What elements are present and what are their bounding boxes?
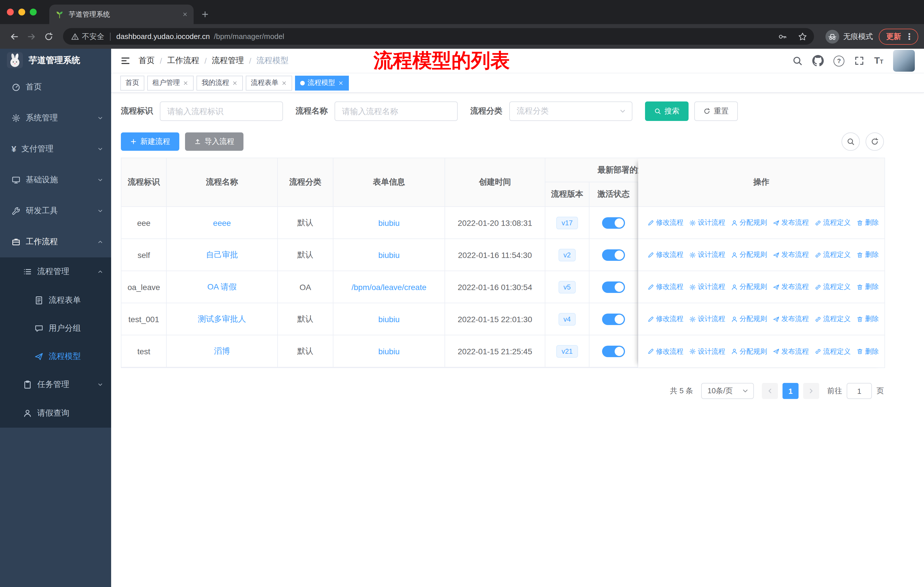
active-toggle[interactable] [602,346,625,357]
page-number-1[interactable]: 1 [782,383,799,399]
form-link[interactable]: /bpm/oa/leave/create [351,282,426,291]
browser-tab[interactable]: 芋道管理系统 [49,5,194,24]
sidebar-item-leave-query[interactable]: 请假查询 [0,399,111,428]
edit-model-action[interactable]: 修改流程 [647,314,683,324]
sidebar-item-workflow[interactable]: 工作流程 [0,227,111,257]
sidebar-item-process-model[interactable]: 流程模型 [0,342,111,370]
reload-button[interactable] [40,28,57,45]
font-size-icon[interactable] [874,56,883,66]
form-link[interactable]: biubiu [378,314,400,324]
delete-model-action[interactable]: 删除 [856,347,879,356]
sidebar-fold-icon[interactable] [120,56,130,66]
address-bar[interactable]: 不安全 dashboard.yudao.iocoder.cn/bpm/manag… [63,28,814,45]
process-name-input[interactable] [335,101,458,121]
publish-model-action[interactable]: 发布流程 [773,314,809,324]
process-id-input[interactable] [160,101,283,121]
next-page-button[interactable] [803,383,819,399]
form-link[interactable]: biubiu [378,250,400,260]
close-icon[interactable] [281,80,287,86]
sidebar-item-system[interactable]: 系统管理 [0,103,111,134]
assign-rule-action[interactable]: 分配规则 [731,250,767,260]
assign-rule-action[interactable]: 分配规则 [731,218,767,228]
publish-model-action[interactable]: 发布流程 [773,347,809,356]
tag-process-model[interactable]: 流程模型 [295,75,349,90]
sidebar-item-payment[interactable]: 支付管理 [0,134,111,165]
breadcrumb-workflow[interactable]: 工作流程 [155,56,200,66]
sidebar-item-infra[interactable]: 基础设施 [0,165,111,195]
edit-model-action[interactable]: 修改流程 [647,218,683,228]
publish-model-action[interactable]: 发布流程 [773,250,809,260]
browser-update-button[interactable]: 更新 [879,28,918,45]
model-name-link[interactable]: 测试多审批人 [198,314,246,324]
sidebar-item-task-mgmt[interactable]: 任务管理 [0,370,111,399]
tag-tenant-mgmt[interactable]: 租户管理 [147,75,194,90]
edit-model-action[interactable]: 修改流程 [647,250,683,260]
toggle-search-button[interactable] [842,132,860,151]
back-button[interactable] [6,28,23,45]
close-icon[interactable] [338,80,344,86]
tag-my-process[interactable]: 我的流程 [196,75,243,90]
import-process-button[interactable]: 导入流程 [185,132,243,151]
forward-button[interactable] [23,28,40,45]
delete-model-action[interactable]: 删除 [856,282,879,292]
active-toggle[interactable] [602,313,625,325]
active-toggle[interactable] [602,217,625,228]
minimize-window-button[interactable] [18,8,25,15]
assign-rule-action[interactable]: 分配规则 [731,282,767,292]
sidebar-item-user-group[interactable]: 用户分组 [0,314,111,342]
reset-button[interactable]: 重置 [694,101,738,121]
tab-close-icon[interactable] [182,12,188,17]
process-definition-action[interactable]: 流程定义 [815,282,851,292]
publish-model-action[interactable]: 发布流程 [773,282,809,292]
delete-model-action[interactable]: 删除 [856,218,879,228]
process-definition-action[interactable]: 流程定义 [815,347,851,356]
page-size-select[interactable]: 10条/页 [701,383,754,399]
close-icon[interactable] [232,80,238,86]
sidebar-logo[interactable]: 芋道管理系统 [0,49,111,72]
help-icon[interactable] [833,55,844,66]
tag-process-form[interactable]: 流程表单 [246,75,292,90]
process-definition-action[interactable]: 流程定义 [815,218,851,228]
breadcrumb-process-mgmt[interactable]: 流程管理 [200,56,244,66]
edit-model-action[interactable]: 修改流程 [647,282,683,292]
form-link[interactable]: biubiu [378,218,400,227]
design-model-action[interactable]: 设计流程 [689,282,725,292]
goto-page-input[interactable] [846,383,872,399]
active-toggle[interactable] [602,249,625,261]
close-window-button[interactable] [7,8,14,15]
user-avatar[interactable] [893,50,915,72]
sidebar-item-process-mgmt[interactable]: 流程管理 [0,257,111,286]
bookmark-star-icon[interactable] [795,28,810,45]
create-process-button[interactable]: 新建流程 [121,132,179,151]
assign-rule-action[interactable]: 分配规则 [731,347,767,356]
design-model-action[interactable]: 设计流程 [689,347,725,356]
process-definition-action[interactable]: 流程定义 [815,314,851,324]
fullscreen-icon[interactable] [854,56,865,66]
refresh-table-button[interactable] [866,132,884,151]
model-name-link[interactable]: eeee [213,218,231,227]
process-category-select[interactable]: 流程分类 [509,101,632,121]
model-name-link[interactable]: 滔博 [214,346,230,356]
search-button[interactable]: 搜索 [645,101,688,121]
browser-menu-icon[interactable] [905,32,914,41]
prev-page-button[interactable] [762,383,778,399]
model-name-link[interactable]: 自己审批 [206,250,238,260]
design-model-action[interactable]: 设计流程 [689,218,725,228]
tag-home[interactable]: 首页 [120,75,144,90]
delete-model-action[interactable]: 删除 [856,314,879,324]
password-key-icon[interactable] [774,28,790,45]
search-icon[interactable] [792,56,803,66]
active-toggle[interactable] [602,281,625,293]
site-security[interactable]: 不安全 [71,31,104,41]
form-link[interactable]: biubiu [378,347,400,356]
github-icon[interactable] [812,55,824,66]
close-icon[interactable] [183,80,188,86]
model-name-link[interactable]: OA 请假 [207,282,237,292]
publish-model-action[interactable]: 发布流程 [773,218,809,228]
assign-rule-action[interactable]: 分配规则 [731,314,767,324]
breadcrumb-home[interactable]: 首页 [139,56,155,66]
design-model-action[interactable]: 设计流程 [689,314,725,324]
delete-model-action[interactable]: 删除 [856,250,879,260]
edit-model-action[interactable]: 修改流程 [647,347,683,356]
sidebar-item-home[interactable]: 首页 [0,72,111,103]
